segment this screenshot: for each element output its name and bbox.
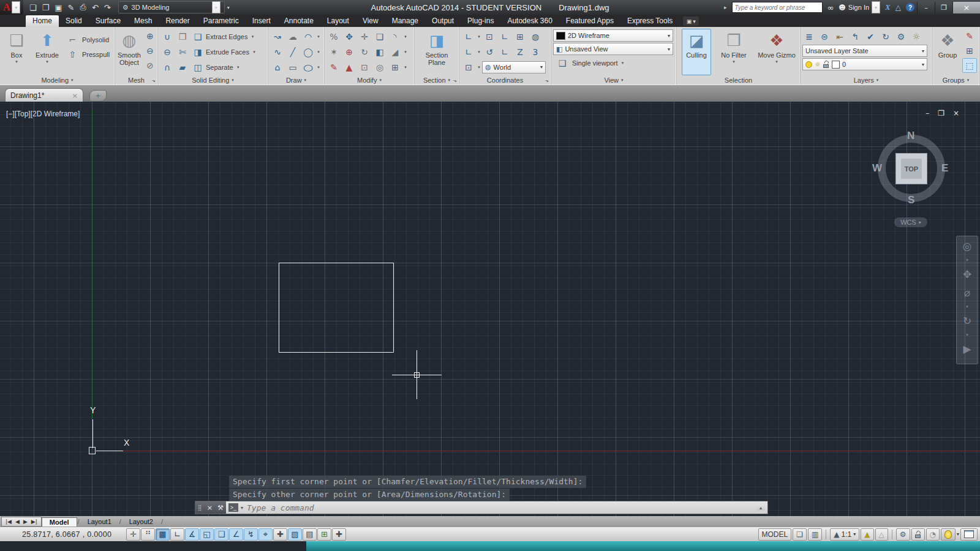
scale-button[interactable]: ▲ <box>342 60 356 75</box>
thicken-button[interactable]: ▰ <box>175 60 190 75</box>
flyout-arrow-icon[interactable]: ▾ <box>477 50 481 54</box>
previous-tab-icon[interactable]: ◀ <box>15 519 20 525</box>
flyout-arrow-icon[interactable]: ▾ <box>733 59 735 64</box>
group-selection-toggle[interactable]: ⬚ <box>962 58 977 73</box>
subtract-button[interactable]: ⊖ <box>160 45 175 59</box>
dynamic-input-toggle[interactable]: ⌖ <box>258 528 273 541</box>
snap-mode-toggle[interactable]: ⠛ <box>141 528 155 541</box>
viewport-minimize-icon[interactable]: – <box>925 109 929 118</box>
exchange-apps-icon[interactable]: X <box>885 2 891 12</box>
group-button[interactable]: ❖ Group <box>934 29 961 75</box>
mesh-reduce-icon[interactable]: ⊖ <box>143 43 157 58</box>
ucs-zaxis-button[interactable]: Z <box>513 45 527 59</box>
panel-label-groups[interactable]: Groups ▾ <box>932 75 979 84</box>
tab-layout1[interactable]: Layout1 <box>80 517 119 526</box>
ortho-mode-toggle[interactable]: ∟ <box>170 528 184 541</box>
workspace-switcher[interactable]: ⚙ 3D Modeling ▾ <box>118 1 225 13</box>
ucs-button[interactable]: ∟ <box>461 29 476 44</box>
panel-launcher-icon[interactable]: ⬎ <box>453 78 457 83</box>
viewport-restore-icon[interactable]: ❐ <box>938 109 944 118</box>
command-history-scroll-icon[interactable]: ▴ <box>756 505 765 511</box>
panel-label-selection[interactable]: Selection <box>677 75 800 84</box>
performance-tuner-button[interactable]: ◔ <box>926 528 940 541</box>
grid-display-toggle[interactable]: ▦ <box>156 528 170 541</box>
ribbon-display-toggle[interactable]: ▣ ▾ <box>683 17 699 26</box>
tab-manage[interactable]: Manage <box>385 15 425 27</box>
wrench-icon[interactable]: ⚒ <box>217 504 224 512</box>
offset-button[interactable]: ◎ <box>372 60 387 75</box>
viewcube-east[interactable]: E <box>941 162 948 174</box>
viewcube-south[interactable]: S <box>908 194 914 206</box>
tab-solid[interactable]: Solid <box>59 15 89 27</box>
flyout-arrow-icon[interactable]: ▾ <box>46 59 48 64</box>
qat-customize-button[interactable]: ▾ <box>227 5 230 10</box>
array-button[interactable]: ⊞ <box>388 60 402 75</box>
ucs-combo[interactable]: ◍ World ▾ <box>482 61 546 73</box>
toolbar-lock-button[interactable] <box>911 528 925 541</box>
save-icon[interactable]: ▣ <box>55 3 62 12</box>
tab-layout2[interactable]: Layout2 <box>122 517 160 526</box>
panel-launcher-icon[interactable]: ⬎ <box>545 78 549 83</box>
polygon-button[interactable]: ⌂ <box>270 60 285 75</box>
spline-button[interactable]: ∿ <box>270 45 285 59</box>
isolate-objects-button[interactable] <box>941 528 956 541</box>
redo-icon[interactable]: ↷ <box>104 3 111 12</box>
ellipse-button[interactable]: ○ <box>298 60 318 75</box>
ucs-origin-button[interactable]: ∟ <box>497 45 512 59</box>
line-button[interactable]: ╱ <box>285 45 300 59</box>
ucs-3point-button[interactable]: 3 <box>528 45 543 59</box>
annotation-monitor-toggle[interactable]: ✚ <box>332 528 346 541</box>
undo-icon[interactable]: ↶ <box>92 3 99 12</box>
section-plane-button[interactable]: ◨ Section Plane <box>418 29 456 75</box>
mirror-button[interactable]: ◧ <box>372 45 387 59</box>
3d-object-snap-toggle[interactable]: ❑ <box>214 528 228 541</box>
help-icon[interactable]: ? <box>906 3 914 12</box>
explode-button[interactable]: ✶ <box>326 45 341 59</box>
panel-label-coordinates[interactable]: Coordinates <box>459 75 551 84</box>
no-filter-button[interactable]: ❒ No Filter ▾ <box>717 29 750 75</box>
ungroup-button[interactable]: ⊞ <box>962 43 977 58</box>
viewport-configuration-button[interactable]: ❑ Single viewport ▾ <box>553 56 674 70</box>
panel-label-modify[interactable]: Modify ▾ <box>325 75 414 84</box>
flyout-arrow-icon[interactable]: ▾ <box>316 50 321 54</box>
tab-output[interactable]: Output <box>425 15 461 27</box>
copy-button[interactable]: ❏ <box>372 29 387 44</box>
layer-match-button[interactable]: ⊜ <box>818 29 831 44</box>
panel-label-draw[interactable]: Draw ▾ <box>268 75 324 84</box>
infer-constraints-toggle[interactable]: ✛ <box>126 528 140 541</box>
lineweight-toggle[interactable]: ✚ <box>273 528 287 541</box>
erase-button[interactable]: ✎ <box>326 60 341 75</box>
fillet-button[interactable]: ◝ <box>388 29 402 44</box>
viewcube-north[interactable]: N <box>907 130 914 142</box>
command-input-area[interactable]: >_ ▾ ▴ <box>226 501 767 514</box>
viewcube-top-face[interactable]: TOP <box>895 153 927 184</box>
panel-launcher-icon[interactable]: ⬎ <box>151 78 156 83</box>
layer-unisolate-button[interactable]: ↻ <box>879 29 892 44</box>
pan-icon[interactable]: ✥ <box>963 268 971 280</box>
new-drawing-tab-button[interactable]: + <box>89 90 107 102</box>
layer-previous-button[interactable]: ⇤ <box>833 29 846 44</box>
flyout-arrow-icon[interactable]: ▾ <box>477 65 481 70</box>
panel-label-modeling[interactable]: Modeling ▾ <box>0 75 115 84</box>
named-view-combo[interactable]: ◧ Unsaved View ▾ <box>553 43 673 55</box>
coordinate-readout[interactable]: 25.8717, 6.0667 , 0.0000 <box>0 530 126 539</box>
layer-state-combo[interactable]: Unsaved Layer State ▾ <box>802 45 927 57</box>
3d-move-button[interactable]: ✥ <box>342 29 356 44</box>
tab-home[interactable]: Home <box>26 15 59 27</box>
model-space-button[interactable]: MODEL <box>758 528 792 541</box>
file-tab-close-icon[interactable]: × <box>72 92 78 100</box>
panel-label-layers[interactable]: Layers ▾ <box>801 75 932 84</box>
tab-annotate[interactable]: Annotate <box>277 15 320 27</box>
ucs-view-button[interactable]: ⊡ <box>482 29 497 44</box>
panel-label-section[interactable]: Section ▾ <box>415 75 459 84</box>
smooth-object-button[interactable]: ◍ Smooth Object <box>117 29 141 75</box>
layer-on-bulb-icon[interactable] <box>805 61 812 68</box>
stretch-button[interactable]: ⊡ <box>357 60 372 75</box>
mesh-refine-icon[interactable]: ⊕ <box>143 29 157 43</box>
flyout-arrow-icon[interactable]: ▾ <box>403 65 408 70</box>
tab-insert[interactable]: Insert <box>246 15 277 27</box>
flyout-arrow-icon[interactable]: ▾ <box>316 34 321 39</box>
showmotion-icon[interactable]: ▶ <box>963 343 971 355</box>
file-tab-drawing1[interactable]: Drawing1* × <box>5 88 83 102</box>
zoom-extents-icon[interactable]: ⌀ <box>964 287 970 299</box>
